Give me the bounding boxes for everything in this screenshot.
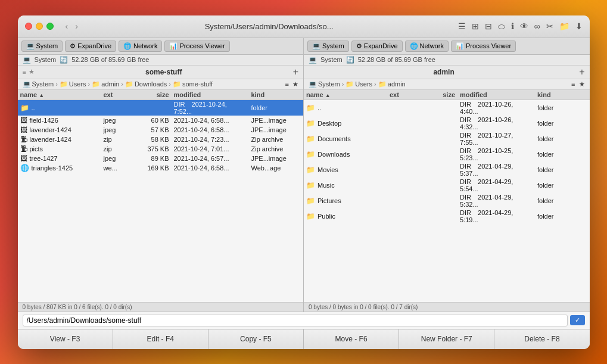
left-col-kind-header[interactable]: kind [247, 91, 301, 98]
right-file-row-desktop[interactable]: 📁 Desktop DIR 2021-10-26, 4:32... folder [304, 116, 590, 131]
download-icon[interactable]: ⬇ [575, 21, 583, 31]
left-col-modified-header[interactable]: modified [169, 91, 247, 98]
back-button[interactable]: ‹ [63, 21, 71, 31]
left-disk-icon: 💻 [23, 56, 31, 64]
left-file-list[interactable]: 📁 .. DIR 2021-10-24, 7:52... folder 🖼 fi… [18, 100, 304, 302]
right-file-list[interactable]: 📁 .. DIR 2021-10-26, 4:40... folder 📁 De… [304, 100, 590, 302]
copy-button[interactable]: Copy - F5 [208, 329, 304, 349]
folder-icon[interactable]: 📁 [559, 21, 569, 31]
left-file-row-tree[interactable]: 🖼 tree-1427 jpeg 89 KB 2021-10-24, 6:57.… [18, 154, 304, 163]
right-col-kind-header[interactable]: kind [533, 91, 587, 98]
right-bc-admin[interactable]: 📁 admin [378, 80, 406, 88]
bottom-toolbar: View - F3 Edit - F4 Copy - F5 Move - F6 … [18, 329, 590, 349]
left-file-icon-lavender: 🖼 [20, 126, 27, 134]
left-file-row-dotdot[interactable]: 📁 .. DIR 2021-10-24, 7:52... folder [18, 100, 304, 116]
left-col-name-header[interactable]: name ▲ [20, 91, 104, 98]
view-button[interactable]: View - F3 [18, 329, 113, 349]
right-file-row-movies[interactable]: 📁 Movies DIR 2021-04-29, 5:37... folder [304, 162, 590, 178]
right-file-row-downloads[interactable]: 📁 Downloads DIR 2021-10-25, 5:23... fold… [304, 147, 590, 162]
traffic-lights [25, 23, 54, 30]
right-file-icon-music: 📁 [306, 181, 315, 189]
right-file-icon-dotdot: 📁 [306, 104, 315, 112]
left-disk-sync-icon: 🔄 [60, 56, 68, 64]
left-tab-expandrive[interactable]: ⚙ ExpanDrive [65, 41, 116, 52]
edit-button[interactable]: Edit - F4 [113, 329, 208, 349]
left-bc-folder-icon-downloads: 📁 [125, 80, 133, 88]
left-bc-somestuff[interactable]: 📁 some-stuff [173, 80, 213, 88]
right-file-row-music[interactable]: 📁 Music DIR 2021-04-29, 5:54... folder [304, 178, 590, 193]
left-tab-system[interactable]: 💻 System [21, 41, 63, 52]
left-file-row-triangles[interactable]: 🌐 triangles-1425 we... 169 KB 2021-10-24… [18, 163, 304, 173]
left-file-icon-lavender-zip: 🗜 [20, 135, 27, 144]
cut-icon[interactable]: ✂ [546, 21, 553, 31]
right-bc-users[interactable]: 📁 Users [345, 80, 372, 88]
left-add-tab-button[interactable]: + [293, 67, 298, 77]
network-icon: 🌐 [123, 42, 132, 50]
left-file-row-picts[interactable]: 🗜 picts zip 375 KB 2021-10-24, 7:01... Z… [18, 144, 304, 154]
left-col-size-header[interactable]: size [130, 91, 169, 98]
right-tab-network[interactable]: 🌐 Network [405, 41, 449, 52]
list-view-icon[interactable]: ☰ [458, 21, 466, 31]
right-col-ext-header[interactable]: ext [390, 91, 416, 98]
right-col-name-header[interactable]: name ▲ [306, 91, 390, 98]
left-file-row-field1426[interactable]: 🖼 field-1426 jpeg 60 KB 2021-10-24, 6:58… [18, 116, 304, 125]
toggle-icon[interactable]: ⬭ [498, 21, 505, 32]
left-bc-admin[interactable]: 📁 admin [92, 80, 119, 88]
right-col-size-header[interactable]: size [416, 91, 455, 98]
left-bc-downloads[interactable]: 📁 Downloads [125, 80, 167, 88]
left-file-row-lavender-zip[interactable]: 🗜 lavender-1424 zip 58 KB 2021-10-24, 7:… [18, 135, 304, 144]
left-bc-users[interactable]: 📁 Users [60, 80, 86, 88]
path-input-bar: ✓ [18, 312, 590, 329]
right-file-row-pictures[interactable]: 📁 Pictures DIR 2021-04-29, 5:32... folde… [304, 193, 590, 209]
left-tab-processviewer[interactable]: 📊 Process Viewer [164, 41, 229, 52]
path-confirm-button[interactable]: ✓ [570, 315, 585, 325]
right-file-icon-public: 📁 [306, 212, 315, 220]
left-tab-network[interactable]: 🌐 Network [119, 41, 162, 52]
right-tabs-container: 💻 System ⚙ ExpanDrive 🌐 Network 📊 Proces… [303, 38, 590, 66]
right-bc-star-icon[interactable]: ★ [579, 80, 585, 88]
process-icon: 📊 [169, 42, 178, 50]
right-file-row-dotdot[interactable]: 📁 .. DIR 2021-10-26, 4:40... folder [304, 100, 590, 116]
left-file-icon-picts: 🗜 [20, 145, 27, 153]
link-icon[interactable]: ∞ [534, 21, 540, 31]
eye-icon[interactable]: 👁 [520, 21, 528, 31]
left-pane: ≡ ★ some-stuff + 💻 System › 📁 Users › 📁 [18, 66, 304, 312]
new-folder-button[interactable]: New Folder - F7 [399, 329, 494, 349]
right-add-tab-button[interactable]: + [579, 67, 584, 77]
right-col-modified-header[interactable]: modified [455, 91, 533, 98]
left-tabs-bar: 💻 System ⚙ ExpanDrive 🌐 Network 📊 Proces… [18, 38, 304, 55]
right-bc-view-icon[interactable]: ≡ [571, 80, 575, 88]
right-tab-system[interactable]: 💻 System [307, 41, 349, 52]
move-button[interactable]: Move - F6 [304, 329, 399, 349]
left-bc-folder-icon-somestuff: 📁 [173, 80, 181, 88]
system-icon: 💻 [26, 42, 35, 50]
delete-button[interactable]: Delete - F8 [494, 329, 589, 349]
right-file-row-public[interactable]: 📁 Public DIR 2021-04-29, 5:19... folder [304, 209, 590, 224]
close-button[interactable] [25, 23, 32, 30]
left-col-ext-header[interactable]: ext [104, 91, 130, 98]
right-tab-processviewer[interactable]: 📊 Process Viewer [451, 41, 516, 52]
grid-view-icon[interactable]: ⊟ [485, 21, 492, 31]
right-tabs-bar: 💻 System ⚙ ExpanDrive 🌐 Network 📊 Proces… [304, 38, 590, 55]
right-bc-folder-icon-admin: 📁 [378, 80, 387, 88]
right-bc-system-icon: 💻 [309, 80, 317, 88]
maximize-button[interactable] [46, 23, 54, 30]
right-tab-expandrive[interactable]: ⚙ ExpanDrive [351, 41, 403, 52]
pane-container: ≡ ★ some-stuff + 💻 System › 📁 Users › 📁 [18, 66, 590, 312]
left-file-row-lavender-jpeg[interactable]: 🖼 lavender-1424 jpeg 57 KB 2021-10-24, 6… [18, 125, 304, 135]
left-file-icon-triangles: 🌐 [20, 164, 29, 172]
right-file-icon-desktop: 📁 [306, 119, 315, 127]
right-file-row-documents[interactable]: 📁 Documents DIR 2021-10-27, 7:55... fold… [304, 131, 590, 147]
column-view-icon[interactable]: ⊞ [472, 21, 479, 31]
forward-button[interactable]: › [73, 21, 80, 31]
left-bc-view-icon[interactable]: ≡ [285, 80, 289, 88]
left-bc-star-icon[interactable]: ★ [292, 80, 298, 88]
left-bc-folder-icon-users: 📁 [60, 80, 68, 88]
left-bc-system[interactable]: 💻 System [23, 80, 54, 88]
info-icon[interactable]: ℹ [511, 21, 514, 31]
right-breadcrumb: 💻 System › 📁 Users › 📁 admin ≡ ★ [304, 79, 590, 90]
minimize-button[interactable] [36, 23, 43, 30]
left-bc-system-icon: 💻 [23, 80, 31, 88]
path-input[interactable] [23, 315, 568, 326]
right-bc-system[interactable]: 💻 System [309, 80, 340, 88]
